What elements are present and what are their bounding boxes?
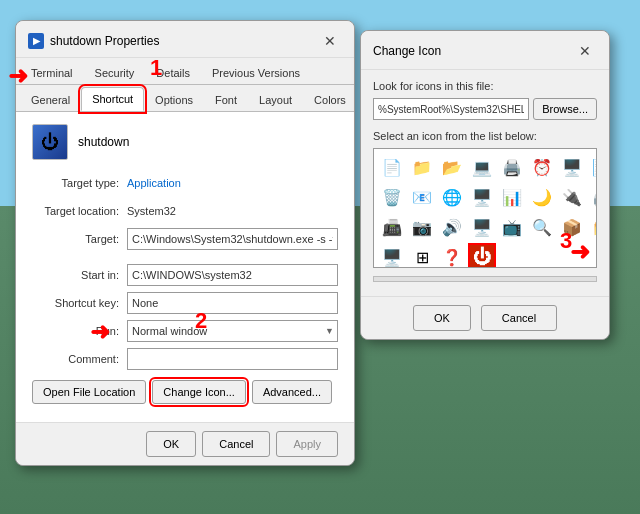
shortcut-key-input[interactable]: [127, 292, 338, 314]
target-location-label: Target location:: [32, 205, 127, 217]
number-1-label: 1: [150, 55, 162, 81]
change-icon-ok-button[interactable]: OK: [413, 305, 471, 331]
target-location-row: Target location: System32: [32, 200, 338, 222]
icon-cell-1[interactable]: 📁: [408, 153, 436, 181]
change-icon-titlebar: Change Icon ✕: [361, 31, 609, 70]
change-icon-footer: OK Cancel: [361, 296, 609, 339]
look-for-label: Look for icons in this file:: [373, 80, 597, 92]
dialog-content: ⏻ shutdown Target type: Application Targ…: [16, 112, 354, 422]
icon-cell-3[interactable]: 💻: [468, 153, 496, 181]
icon-cell-8[interactable]: 🗑️: [378, 183, 406, 211]
select-icon-label: Select an icon from the list below:: [373, 130, 597, 142]
icon-cell-9[interactable]: 📧: [408, 183, 436, 211]
open-file-location-button[interactable]: Open File Location: [32, 380, 146, 404]
icon-cell-21[interactable]: 🔍: [528, 213, 556, 241]
app-icon: ⏻: [32, 124, 68, 160]
start-in-input[interactable]: [127, 264, 338, 286]
icon-cell-26[interactable]: ❓: [438, 243, 466, 268]
icon-cell-0[interactable]: 📄: [378, 153, 406, 181]
icon-cell-7[interactable]: 📝: [588, 153, 597, 181]
tab-layout[interactable]: Layout: [248, 88, 303, 111]
target-type-row: Target type: Application: [32, 172, 338, 194]
icon-cell-16[interactable]: 📠: [378, 213, 406, 241]
icon-cell-24[interactable]: 🖥️: [378, 243, 406, 268]
run-label: Run:: [32, 325, 127, 337]
icon-cell-27[interactable]: ⏻: [468, 243, 496, 268]
app-name: shutdown: [78, 135, 129, 149]
dialog-footer: OK Cancel Apply: [16, 422, 354, 465]
action-buttons: Open File Location Change Icon... Advanc…: [32, 380, 338, 404]
dialog-title-left: ▶ shutdown Properties: [28, 33, 159, 49]
advanced-button[interactable]: Advanced...: [252, 380, 332, 404]
app-dialog-icon: ▶: [28, 33, 44, 49]
target-input[interactable]: [127, 228, 338, 250]
change-icon-cancel-button[interactable]: Cancel: [481, 305, 557, 331]
properties-dialog: ▶ shutdown Properties ✕ Terminal Securit…: [15, 20, 355, 466]
icon-cell-12[interactable]: 📊: [498, 183, 526, 211]
icon-cell-13[interactable]: 🌙: [528, 183, 556, 211]
browse-button[interactable]: Browse...: [533, 98, 597, 120]
icon-grid-scrollbar[interactable]: [373, 276, 597, 282]
icon-cell-6[interactable]: 🖥️: [558, 153, 586, 181]
dialog-close-button[interactable]: ✕: [318, 29, 342, 53]
icon-cell-2[interactable]: 📂: [438, 153, 466, 181]
change-icon-title: Change Icon: [373, 44, 441, 58]
arrow-3-icon: ➜: [570, 238, 590, 266]
target-type-label: Target type:: [32, 177, 127, 189]
app-icon-name-row: ⏻ shutdown: [32, 124, 338, 160]
tabs-row-2: General Shortcut Options Font Layout Col…: [16, 85, 354, 112]
target-row: Target:: [32, 228, 338, 250]
icon-cell-20[interactable]: 📺: [498, 213, 526, 241]
icon-cell-11[interactable]: 🖥️: [468, 183, 496, 211]
icon-cell-23[interactable]: 📁: [588, 213, 597, 241]
tab-shortcut[interactable]: Shortcut: [81, 87, 144, 111]
target-type-value: Application: [127, 177, 181, 189]
file-path-row: Browse...: [373, 98, 597, 120]
start-in-row: Start in:: [32, 264, 338, 286]
tab-terminal[interactable]: Terminal: [20, 61, 84, 84]
tab-options[interactable]: Options: [144, 88, 204, 111]
shortcut-key-label: Shortcut key:: [32, 297, 127, 309]
tab-security[interactable]: Security: [84, 61, 146, 84]
comment-label: Comment:: [32, 353, 127, 365]
apply-button[interactable]: Apply: [276, 431, 338, 457]
icon-cell-19[interactable]: 🖥️: [468, 213, 496, 241]
icon-cell-18[interactable]: 🔊: [438, 213, 466, 241]
tab-general[interactable]: General: [20, 88, 81, 111]
number-3-label: 3: [560, 228, 572, 254]
target-label: Target:: [32, 233, 127, 245]
icon-cell-25[interactable]: ⊞: [408, 243, 436, 268]
tabs-row-1: Terminal Security Details Previous Versi…: [16, 58, 354, 85]
icon-cell-4[interactable]: 🖨️: [498, 153, 526, 181]
ok-button[interactable]: OK: [146, 431, 196, 457]
icon-cell-10[interactable]: 🌐: [438, 183, 466, 211]
tab-colors[interactable]: Colors: [303, 88, 357, 111]
icon-cell-17[interactable]: 📷: [408, 213, 436, 241]
target-location-value: System32: [127, 205, 176, 217]
comment-input[interactable]: [127, 348, 338, 370]
tab-previous-versions[interactable]: Previous Versions: [201, 61, 311, 84]
change-icon-close-button[interactable]: ✕: [573, 39, 597, 63]
start-in-label: Start in:: [32, 269, 127, 281]
run-select-wrapper: Normal window Minimized Maximized ▼: [127, 320, 338, 342]
run-row: Run: Normal window Minimized Maximized ▼: [32, 320, 338, 342]
arrow-1-icon: ➜: [8, 62, 28, 90]
comment-row: Comment:: [32, 348, 338, 370]
arrow-2-icon: ➜: [90, 318, 110, 346]
icon-cell-15[interactable]: 🖨️: [588, 183, 597, 211]
cancel-button[interactable]: Cancel: [202, 431, 270, 457]
change-icon-button[interactable]: Change Icon...: [152, 380, 246, 404]
icon-cell-5[interactable]: ⏰: [528, 153, 556, 181]
tab-font[interactable]: Font: [204, 88, 248, 111]
number-2-label: 2: [195, 308, 207, 334]
shortcut-key-row: Shortcut key:: [32, 292, 338, 314]
change-icon-dialog: Change Icon ✕ Look for icons in this fil…: [360, 30, 610, 340]
run-select[interactable]: Normal window Minimized Maximized: [127, 320, 338, 342]
file-path-input[interactable]: [373, 98, 529, 120]
icon-cell-14[interactable]: 🔌: [558, 183, 586, 211]
dialog-titlebar: ▶ shutdown Properties ✕: [16, 21, 354, 58]
dialog-title: shutdown Properties: [50, 34, 159, 48]
